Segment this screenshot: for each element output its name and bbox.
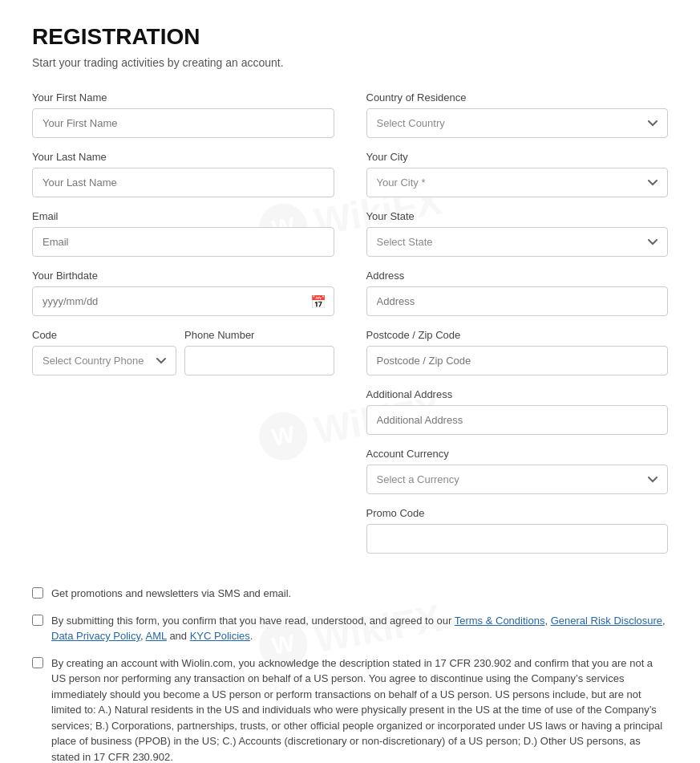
state-select[interactable]: Select State — [366, 227, 669, 257]
email-label: Email — [32, 210, 334, 222]
city-label: Your City — [366, 151, 669, 163]
phone-number-label: Phone Number — [184, 329, 334, 341]
country-phone-select[interactable]: Select Country Phone — [32, 346, 176, 375]
birthdate-field: Your Birthdate 📅 — [32, 270, 334, 316]
postcode-field: Postcode / Zip Code — [366, 329, 669, 375]
birthdate-input[interactable] — [32, 286, 334, 316]
country-field: Country of Residence Select Country — [366, 91, 669, 138]
last-name-label: Your Last Name — [32, 151, 334, 163]
phone-number-input[interactable] — [184, 346, 334, 375]
phone-field: Code Select Country Phone Phone Number — [32, 329, 334, 375]
city-select[interactable]: Your City * — [366, 168, 669, 197]
aml-link[interactable]: AML — [146, 630, 167, 642]
promotions-text: Get promotions and newsletters via SMS a… — [51, 586, 291, 602]
country-label: Country of Residence — [366, 91, 669, 103]
promotions-checkbox[interactable] — [32, 587, 43, 599]
city-field: Your City Your City * — [366, 151, 669, 197]
terms-text: By submitting this form, you confirm tha… — [51, 613, 668, 644]
postcode-input[interactable] — [366, 346, 669, 375]
checkboxes-section: Get promotions and newsletters via SMS a… — [32, 586, 668, 763]
terms-conditions-link[interactable]: Terms & Conditions — [455, 615, 545, 627]
us-person-checkbox-row: By creating an account with Wiolin.com, … — [32, 655, 668, 764]
last-name-field: Your Last Name — [32, 151, 334, 197]
kyc-link[interactable]: KYC Policies — [190, 630, 250, 642]
currency-field: Account Currency Select a Currency — [366, 448, 669, 494]
us-person-checkbox[interactable] — [32, 657, 43, 668]
email-input[interactable] — [32, 227, 334, 257]
risk-disclosure-link[interactable]: General Risk Disclosure — [551, 615, 662, 627]
address-field: Address — [366, 270, 669, 316]
page-title: REGISTRATION — [32, 24, 668, 50]
promo-input[interactable] — [366, 524, 669, 554]
birthdate-label: Your Birthdate — [32, 270, 334, 282]
terms-checkbox-row: By submitting this form, you confirm tha… — [32, 613, 668, 644]
additional-address-field: Additional Address — [366, 388, 669, 435]
state-field: Your State Select State — [366, 210, 669, 257]
terms-checkbox[interactable] — [32, 615, 43, 626]
page-subtitle: Start your trading activities by creatin… — [32, 56, 668, 69]
last-name-input[interactable] — [32, 168, 334, 197]
additional-address-input[interactable] — [366, 405, 669, 435]
address-label: Address — [366, 270, 669, 282]
country-select[interactable]: Select Country — [366, 108, 669, 138]
promotions-checkbox-row: Get promotions and newsletters via SMS a… — [32, 586, 668, 602]
state-label: Your State — [366, 210, 669, 222]
postcode-label: Postcode / Zip Code — [366, 329, 669, 341]
currency-select[interactable]: Select a Currency — [366, 465, 669, 494]
us-person-text: By creating an account with Wiolin.com, … — [51, 655, 668, 764]
promo-field: Promo Code — [366, 507, 669, 554]
first-name-field: Your First Name — [32, 91, 334, 138]
additional-address-label: Additional Address — [366, 388, 669, 400]
address-input[interactable] — [366, 286, 669, 316]
promo-label: Promo Code — [366, 507, 669, 519]
first-name-input[interactable] — [32, 108, 334, 138]
privacy-policy-link[interactable]: Data Privacy Policy — [51, 630, 140, 642]
email-field: Email — [32, 210, 334, 257]
first-name-label: Your First Name — [32, 91, 334, 103]
code-label: Code — [32, 329, 176, 341]
currency-label: Account Currency — [366, 448, 669, 460]
